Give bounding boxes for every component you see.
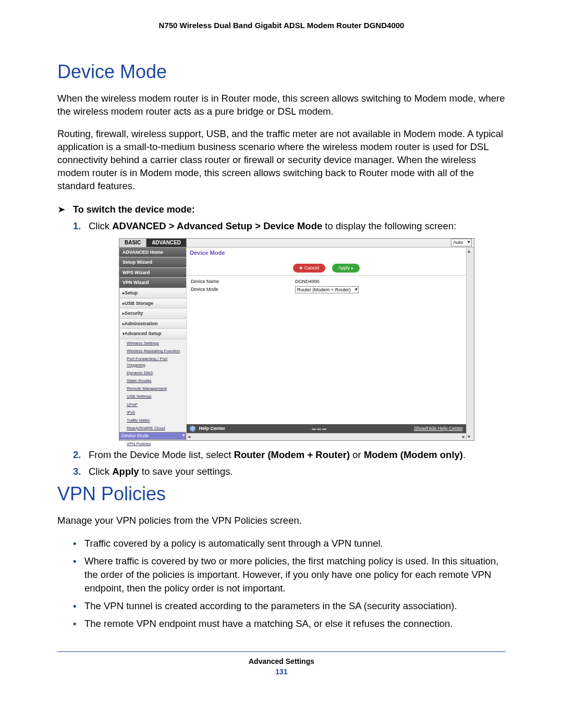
heading-vpn-policies: VPN Policies	[57, 483, 506, 505]
label-device-name: Device Name	[191, 278, 295, 285]
tab-basic[interactable]: BASIC	[119, 239, 146, 247]
tab-advanced[interactable]: ADVANCED	[146, 239, 187, 247]
sidebar-item-wps-wizard[interactable]: WPS Wizard	[119, 268, 186, 278]
sidebar: ADVANCED Home Setup Wizard WPS Wizard VP…	[119, 248, 187, 440]
paragraph: Manage your VPN policies from the VPN Po…	[57, 514, 506, 527]
sidebar-sub-device-mode[interactable]: Device Mode	[119, 432, 186, 440]
sidebar-sub-usb-settings[interactable]: USB Settings	[119, 392, 186, 400]
text: to display the following screen:	[322, 220, 456, 231]
sidebar-item-vpn-wizard[interactable]: VPN Wizard	[119, 278, 186, 288]
procedure-heading: To switch the device mode:	[73, 204, 506, 215]
pane-title: Device Mode	[187, 248, 466, 258]
sidebar-sub-readyshare-cloud[interactable]: ReadySHARE Cloud	[119, 424, 186, 432]
step-2: From the Device Mode list, select Router…	[73, 448, 506, 462]
sidebar-sub-wireless-settings[interactable]: Wireless Settings	[119, 339, 186, 347]
sidebar-sub-upnp[interactable]: UPnP	[119, 401, 186, 409]
option-router: Router (Modem + Router)	[234, 449, 350, 460]
vertical-scrollbar[interactable]	[466, 248, 474, 440]
text: From the Device Mode list, select	[89, 449, 234, 460]
sidebar-sub-port-forwarding[interactable]: Port Forwarding / Port Triggering	[119, 355, 186, 368]
sidebar-item-advanced-home[interactable]: ADVANCED Home	[119, 248, 186, 258]
sidebar-sub-wireless-repeating[interactable]: Wireless Repeating Function	[119, 347, 186, 355]
tab-bar: BASIC ADVANCED Auto	[119, 239, 474, 248]
sidebar-item-advanced-setup[interactable]: Advanced Setup	[119, 329, 186, 339]
bullet-item: The VPN tunnel is created according to t…	[73, 599, 506, 613]
sidebar-item-setup[interactable]: Setup	[119, 288, 186, 299]
paragraph: When the wireless modem router is in Rou…	[57, 92, 506, 118]
breadcrumb-path: ADVANCED > Advanced Setup > Device Mode	[112, 220, 322, 231]
document-header: N750 Wireless Dual Band Gigabit ADSL Mod…	[57, 21, 506, 30]
sidebar-sub-ipv6[interactable]: IPv6	[119, 409, 186, 416]
cancel-button[interactable]: Cancel	[293, 264, 325, 273]
step-3: Click Apply to save your settings.	[73, 465, 506, 478]
horizontal-scrollbar[interactable]	[187, 433, 466, 440]
select-device-mode[interactable]: Router (Modem + Router)	[295, 286, 359, 294]
footer-rule	[57, 651, 506, 652]
help-bar: ? Help Center ▬▬▬ Show/Hide Help Center	[187, 424, 466, 433]
text: to save your settings.	[139, 466, 233, 477]
sidebar-item-administration[interactable]: Administration	[119, 319, 186, 329]
text: Click	[89, 220, 112, 231]
form-row-device-mode: Device Mode Router (Modem + Router)	[191, 286, 462, 294]
sidebar-item-usb-storage[interactable]: USB Storage	[119, 299, 186, 309]
toggle-help-link[interactable]: Show/Hide Help Center	[414, 425, 463, 432]
text: .	[463, 449, 466, 460]
apply-label: Apply	[112, 466, 139, 477]
sidebar-sub-static-routes[interactable]: Static Routes	[119, 377, 186, 385]
apply-button[interactable]: Apply	[332, 264, 360, 273]
sidebar-item-setup-wizard[interactable]: Setup Wizard	[119, 257, 186, 268]
content-pane: Device Mode Cancel Apply Device Name DGN…	[187, 248, 466, 440]
drag-grip-icon[interactable]: ▬▬▬	[225, 426, 414, 431]
text: Click	[89, 466, 112, 477]
language-select[interactable]: Auto	[451, 239, 472, 246]
footer-section: Advanced Settings	[57, 657, 506, 665]
text: or	[350, 449, 364, 460]
button-row: Cancel Apply	[187, 258, 466, 276]
sidebar-sub-remote-management[interactable]: Remote Management	[119, 385, 186, 392]
help-center-label: Help Center	[199, 426, 226, 431]
form-row-device-name: Device Name DGND4000	[191, 278, 462, 286]
label-device-mode: Device Mode	[191, 286, 295, 294]
value-device-name: DGND4000	[295, 278, 320, 285]
page-number: 131	[57, 668, 506, 676]
sidebar-sub-dynamic-dns[interactable]: Dynamic DNS	[119, 369, 186, 377]
bullet-item: Where traffic is covered by two or more …	[73, 554, 506, 595]
help-icon[interactable]: ?	[190, 426, 195, 431]
bullet-item: The remote VPN endpoint must have a matc…	[73, 617, 506, 631]
paragraph: Routing, firewall, wireless support, USB…	[57, 128, 506, 193]
heading-device-mode: Device Mode	[57, 61, 506, 83]
option-modem: Modem (Modem only)	[364, 449, 463, 460]
sidebar-sub-vpn-policies[interactable]: VPN Policies	[119, 440, 186, 448]
step-1: Click ADVANCED > Advanced Setup > Device…	[73, 219, 506, 441]
sidebar-sub-traffic-meter[interactable]: Traffic Meter	[119, 416, 186, 424]
screenshot-device-mode: BASIC ADVANCED Auto ADVANCED Home Setup …	[119, 238, 474, 441]
bullet-item: Traffic covered by a policy is automatic…	[73, 537, 506, 550]
sidebar-item-security[interactable]: Security	[119, 309, 186, 319]
